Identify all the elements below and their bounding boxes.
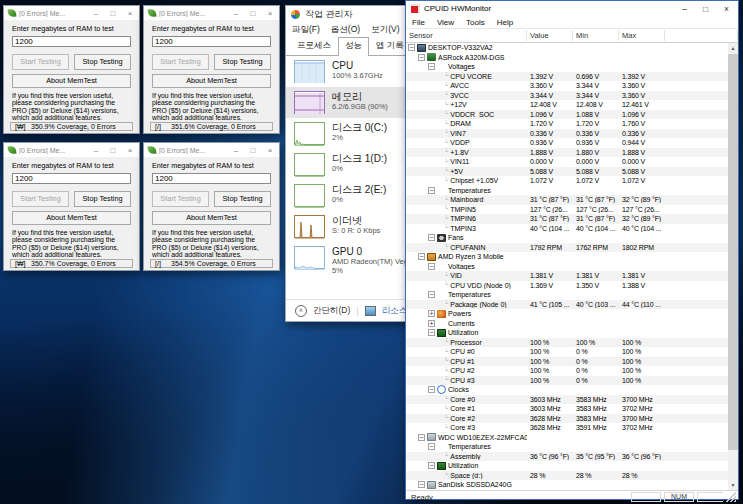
column-header-min[interactable]: Min [573,30,619,41]
sensor-row[interactable]: └VIN70.336 V0.336 V0.336 V [406,129,728,139]
sensor-row[interactable]: └Package (Node 0)41 °C (105 ...40 °C (10… [406,300,728,310]
sensor-row[interactable]: └VIN110.000 V0.000 V0.000 V [406,157,728,167]
about-memtest-button[interactable]: About MemTest [12,211,131,225]
sensor-row[interactable]: └CPUFANIN1792 RPM1762 RPM1802 RPM [406,243,728,253]
close-icon[interactable]: × [718,4,735,14]
maximize-icon[interactable]: □ [697,4,714,14]
minimize-icon[interactable]: – [89,7,103,20]
memtest-window-3[interactable]: [0 Errors] Me...–□×Enter megabytes of RA… [3,142,140,271]
collapse-icon[interactable]: − [418,253,425,260]
sensor-row[interactable]: └CPU #2100 %0 %100 % [406,366,728,376]
collapse-icon[interactable]: − [428,234,435,241]
menu-item-view[interactable]: View [437,18,454,27]
sensor-row[interactable]: └Processor100 %100 %100 % [406,338,728,348]
collapse-icon[interactable]: − [428,386,435,393]
sensor-row[interactable]: └Core #33628 MHz3591 MHz3702 MHz [406,423,728,433]
sensor-row[interactable]: └Space (d:)28 %28 %28 % [406,471,728,481]
sensor-row[interactable]: └TMPIN5127 °C (26...127 °C (26...127 °C … [406,205,728,215]
sensor-row[interactable]: −ASRock A320M-DGS [406,53,728,63]
close-icon[interactable]: × [263,7,277,20]
stop-testing-button[interactable]: Stop Testing [214,54,271,70]
menu-item-file[interactable]: File [412,18,425,27]
collapse-icon[interactable]: − [428,187,435,194]
sensor-row[interactable]: └TMPIN340 °C (104 ...40 °C (104 ...40 °C… [406,224,728,234]
resize-grip[interactable] [726,492,736,502]
start-testing-button[interactable]: Start Testing [12,191,69,207]
sensor-row[interactable]: └AVCC3.360 V3.344 V3.360 V [406,81,728,91]
minimize-icon[interactable]: – [676,4,693,14]
stop-testing-button[interactable]: Stop Testing [74,54,131,70]
about-memtest-button[interactable]: About MemTest [152,74,271,88]
fewer-details-toggle[interactable]: 간단히(D) [313,305,350,317]
sensor-row[interactable]: └Assembly36 °C (96 °F)35 °C (95 °F)36 °C… [406,452,728,462]
sensor-row[interactable]: └CPU #1100 %0 %100 % [406,357,728,367]
menu-item-help[interactable]: Help [497,18,513,27]
sensor-row[interactable]: −Utilization [406,328,728,338]
sensor-row[interactable]: └Core #13603 MHz3583 MHz3702 MHz [406,404,728,414]
sensor-row[interactable]: └CPU #0100 %0 %100 % [406,347,728,357]
collapse-icon[interactable]: − [418,481,425,488]
menu-item-0[interactable]: 파일(F) [292,24,320,36]
sensor-row[interactable]: −DESKTOP-V332VA2 [406,43,728,53]
sensor-row[interactable]: −Temperatures [406,442,728,452]
sensor-row[interactable]: └VDDCR_SOC1.096 V1.088 V1.096 V [406,110,728,120]
sensor-row[interactable]: └+12V12.408 V12.408 V12.461 V [406,100,728,110]
sensor-row[interactable]: −Temperatures [406,290,728,300]
menu-item-tools[interactable]: Tools [466,18,485,27]
collapse-icon[interactable]: − [408,44,415,51]
sensor-row[interactable]: +Currents [406,319,728,329]
scrollbar-thumb[interactable] [728,54,738,450]
sensor-row[interactable]: └CPU VDD (Node 0)1.369 V1.350 V1.388 V [406,281,728,291]
sensor-row[interactable]: −Temperatures [406,186,728,196]
start-testing-button[interactable]: Start Testing [152,191,209,207]
about-memtest-button[interactable]: About MemTest [152,211,271,225]
sensor-row[interactable]: └+1.8V1.888 V1.880 V1.888 V [406,148,728,158]
memtest-window-2[interactable]: [0 Errors] Me...–□×Enter megabytes of RA… [143,5,280,134]
collapse-icon[interactable]: − [418,434,425,441]
sensor-row[interactable]: └CPU VCORE1.392 V0.696 V1.392 V [406,72,728,82]
stop-testing-button[interactable]: Stop Testing [74,191,131,207]
sensor-row[interactable]: └Chipset +1.05V1.072 V1.072 V1.072 V [406,176,728,186]
sensor-row[interactable]: └VID1.381 V1.381 V1.381 V [406,271,728,281]
ram-size-input[interactable] [12,36,131,47]
sensor-row[interactable]: −Utilization [406,461,728,471]
scroll-down-icon[interactable]: ▼ [728,480,738,490]
collapse-icon[interactable]: − [428,462,435,469]
collapse-icon[interactable]: − [428,263,435,270]
start-testing-button[interactable]: Start Testing [152,54,209,70]
memtest-window-4[interactable]: [0 Errors] Me...–□×Enter megabytes of RA… [143,142,280,271]
start-testing-button[interactable]: Start Testing [12,54,69,70]
vertical-scrollbar[interactable]: ▲ ▼ [728,43,738,490]
tab-0[interactable]: 프로세스 [290,37,338,55]
sensor-row[interactable]: └Core #23628 MHz3583 MHz3700 MHz [406,414,728,424]
ram-size-input[interactable] [152,36,271,47]
sensor-row[interactable]: −Voltages [406,262,728,272]
sensor-row[interactable]: −Voltages [406,62,728,72]
sensor-row[interactable]: └VDDP0.936 V0.936 V0.944 V [406,138,728,148]
stop-testing-button[interactable]: Stop Testing [214,191,271,207]
expand-icon[interactable]: + [428,320,435,327]
sensor-row[interactable]: −Fans [406,233,728,243]
column-header-sensor[interactable]: Sensor [406,30,527,41]
sensor-row[interactable]: └Mainboard31 °C (87 °F)31 °C (87 °F)32 °… [406,195,728,205]
maximize-icon[interactable]: □ [106,7,120,20]
sensor-row[interactable]: └TMPIN631 °C (87 °F)31 °C (87 °F)32 °C (… [406,214,728,224]
collapse-icon[interactable]: − [418,54,425,61]
sensor-row[interactable]: −SanDisk SDSSDA240G [406,480,728,490]
maximize-icon[interactable]: □ [246,7,260,20]
collapse-icon[interactable]: − [428,443,435,450]
ram-size-input[interactable] [152,173,271,184]
sensor-row[interactable]: └CPU #3100 %0 %100 % [406,376,728,386]
minimize-icon[interactable]: – [229,7,243,20]
column-header-value[interactable]: Value [527,30,573,41]
sensor-row[interactable]: −WDC WD10EZEX-22MFCA0 [406,433,728,443]
sensor-row[interactable]: └3VCC3.344 V3.344 V3.360 V [406,91,728,101]
ram-size-input[interactable] [12,173,131,184]
sensor-row[interactable]: −AMD Ryzen 3 Mobile [406,252,728,262]
about-memtest-button[interactable]: About MemTest [12,74,131,88]
close-icon[interactable]: × [263,144,277,157]
sensor-row[interactable]: +Powers [406,309,728,319]
sensor-row[interactable]: └Core #03603 MHz3583 MHz3700 MHz [406,395,728,405]
close-icon[interactable]: × [123,7,137,20]
menu-item-1[interactable]: 옵션(O) [331,24,360,36]
